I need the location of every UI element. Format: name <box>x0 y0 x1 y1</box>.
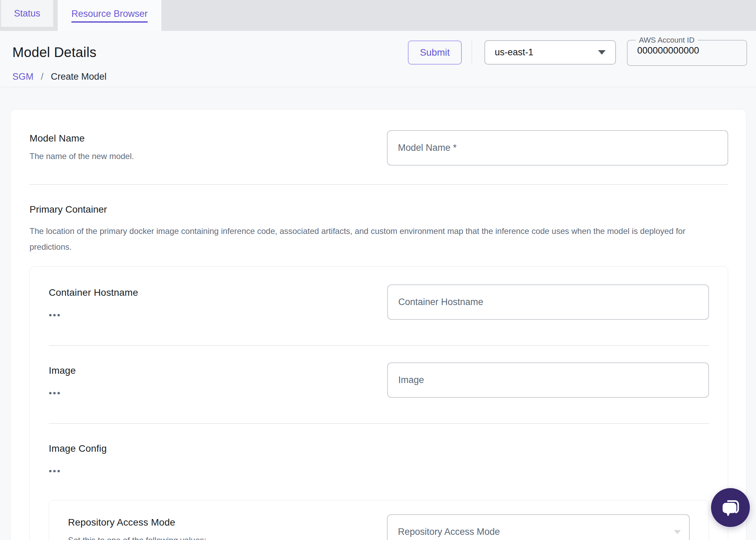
container-hostname-label-block: Container Hostname ••• <box>49 284 138 317</box>
region-select-value: us-east-1 <box>495 47 534 58</box>
primary-container-heading: Primary Container <box>30 204 728 215</box>
region-select[interactable]: us-east-1 <box>484 40 616 65</box>
submit-button[interactable]: Submit <box>408 41 462 65</box>
primary-container-section-head: Primary Container The location of the pr… <box>30 204 728 255</box>
model-name-label-block: Model Name The name of the new model. <box>30 130 134 161</box>
tab-resource-browser[interactable]: Resource Browser <box>58 0 161 31</box>
aws-account-id-fieldset: AWS Account ID <box>627 36 747 66</box>
image-heading: Image <box>49 365 76 376</box>
repository-access-mode-heading: Repository Access Mode <box>68 517 355 528</box>
tab-status-label: Status <box>14 8 41 19</box>
model-name-input[interactable] <box>387 130 728 166</box>
model-name-row: Model Name The name of the new model. <box>30 130 728 166</box>
chevron-down-icon <box>598 50 606 55</box>
breadcrumb-current: Create Model <box>51 71 106 82</box>
section-divider <box>30 184 728 185</box>
header-divider <box>472 41 472 63</box>
model-details-card: Model Name The name of the new model. Pr… <box>10 109 746 540</box>
image-config-label-block: Image Config ••• <box>49 440 107 473</box>
container-hostname-input[interactable] <box>387 284 709 320</box>
repository-access-mode-row: Repository Access Mode Set this to one o… <box>68 514 690 540</box>
container-hostname-expander-icon[interactable]: ••• <box>49 313 138 317</box>
image-input[interactable] <box>387 362 709 398</box>
image-config-heading: Image Config <box>49 443 107 454</box>
group-divider <box>49 345 709 346</box>
container-hostname-row: Container Hostname ••• <box>49 284 709 320</box>
image-row: Image ••• <box>49 362 709 398</box>
page-header: Model Details SGM / Create Model Submit … <box>0 31 756 87</box>
repository-access-mode-description: Set this to one of the following values: <box>68 536 355 540</box>
image-config-subgroup: Repository Access Mode Set this to one o… <box>49 500 709 540</box>
image-config-expander-icon[interactable]: ••• <box>49 469 107 473</box>
repository-access-mode-select[interactable] <box>387 514 690 540</box>
aws-account-id-input[interactable] <box>628 45 746 56</box>
tab-bar: Status Resource Browser <box>0 0 756 31</box>
image-config-row: Image Config ••• <box>49 440 709 473</box>
group-divider <box>49 423 709 424</box>
chat-bubbles-icon <box>720 497 741 518</box>
container-hostname-heading: Container Hostname <box>49 287 138 298</box>
primary-container-description: The location of the primary docker image… <box>30 223 713 255</box>
model-name-description: The name of the new model. <box>30 151 134 161</box>
primary-container-group: Container Hostname ••• Image ••• Image C… <box>30 266 728 540</box>
tab-resource-browser-label: Resource Browser <box>71 9 148 23</box>
repository-access-mode-input[interactable] <box>387 514 690 540</box>
image-expander-icon[interactable]: ••• <box>49 391 76 395</box>
breadcrumb: SGM / Create Model <box>12 71 106 82</box>
repository-access-mode-label-block: Repository Access Mode Set this to one o… <box>68 514 355 540</box>
tab-status[interactable]: Status <box>1 0 53 27</box>
breadcrumb-separator: / <box>41 71 44 82</box>
chat-launcher-button[interactable] <box>711 488 750 527</box>
model-name-heading: Model Name <box>30 133 134 144</box>
image-label-block: Image ••• <box>49 362 76 395</box>
breadcrumb-root-link[interactable]: SGM <box>12 71 34 82</box>
aws-account-id-label: AWS Account ID <box>636 36 698 45</box>
main-content: Model Name The name of the new model. Pr… <box>0 87 756 540</box>
page-title: Model Details <box>12 45 96 60</box>
